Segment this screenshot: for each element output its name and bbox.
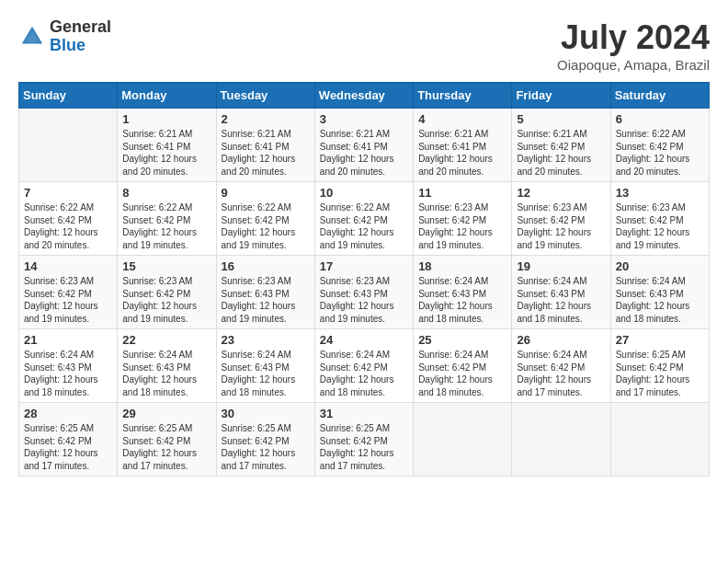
day-info: Sunrise: 6:24 AM Sunset: 6:43 PM Dayligh… — [517, 275, 605, 325]
calendar-cell: 10Sunrise: 6:22 AM Sunset: 6:42 PM Dayli… — [314, 182, 413, 256]
calendar-cell: 3Sunrise: 6:21 AM Sunset: 6:41 PM Daylig… — [314, 109, 413, 182]
calendar-cell: 2Sunrise: 6:21 AM Sunset: 6:41 PM Daylig… — [216, 109, 314, 182]
calendar-cell: 20Sunrise: 6:24 AM Sunset: 6:43 PM Dayli… — [610, 256, 709, 329]
day-info: Sunrise: 6:25 AM Sunset: 6:42 PM Dayligh… — [320, 422, 408, 472]
calendar-cell: 25Sunrise: 6:24 AM Sunset: 6:42 PM Dayli… — [414, 329, 512, 403]
day-info: Sunrise: 6:25 AM Sunset: 6:42 PM Dayligh… — [616, 349, 704, 398]
calendar-cell: 30Sunrise: 6:25 AM Sunset: 6:42 PM Dayli… — [216, 403, 314, 477]
day-info: Sunrise: 6:25 AM Sunset: 6:42 PM Dayligh… — [222, 422, 310, 472]
day-info: Sunrise: 6:24 AM Sunset: 6:43 PM Dayligh… — [418, 275, 506, 325]
day-number: 7 — [24, 186, 112, 200]
day-number: 2 — [222, 112, 310, 126]
logo: General Blue — [18, 18, 111, 55]
day-number: 3 — [320, 112, 408, 126]
day-info: Sunrise: 6:21 AM Sunset: 6:41 PM Dayligh… — [320, 128, 408, 178]
calendar-cell: 16Sunrise: 6:23 AM Sunset: 6:43 PM Dayli… — [216, 256, 314, 329]
day-info: Sunrise: 6:23 AM Sunset: 6:42 PM Dayligh… — [616, 201, 704, 251]
calendar-cell — [19, 109, 118, 182]
day-info: Sunrise: 6:21 AM Sunset: 6:41 PM Dayligh… — [122, 128, 210, 178]
weekday-header: Thursday — [414, 83, 512, 109]
calendar-cell — [610, 403, 709, 477]
day-number: 15 — [122, 259, 210, 273]
day-info: Sunrise: 6:25 AM Sunset: 6:42 PM Dayligh… — [122, 422, 210, 472]
day-info: Sunrise: 6:23 AM Sunset: 6:42 PM Dayligh… — [122, 275, 210, 325]
day-number: 26 — [517, 333, 605, 347]
day-info: Sunrise: 6:24 AM Sunset: 6:43 PM Dayligh… — [222, 349, 310, 398]
day-info: Sunrise: 6:24 AM Sunset: 6:42 PM Dayligh… — [517, 349, 605, 398]
day-info: Sunrise: 6:24 AM Sunset: 6:43 PM Dayligh… — [24, 349, 112, 398]
day-info: Sunrise: 6:25 AM Sunset: 6:42 PM Dayligh… — [24, 422, 112, 472]
calendar-cell: 13Sunrise: 6:23 AM Sunset: 6:42 PM Dayli… — [610, 182, 709, 256]
calendar-header: SundayMondayTuesdayWednesdayThursdayFrid… — [19, 83, 710, 109]
calendar-cell: 23Sunrise: 6:24 AM Sunset: 6:43 PM Dayli… — [216, 329, 314, 403]
weekday-header: Sunday — [19, 83, 118, 109]
calendar-cell: 24Sunrise: 6:24 AM Sunset: 6:42 PM Dayli… — [314, 329, 413, 403]
day-info: Sunrise: 6:22 AM Sunset: 6:42 PM Dayligh… — [320, 201, 408, 251]
weekday-row: SundayMondayTuesdayWednesdayThursdayFrid… — [19, 83, 710, 109]
day-info: Sunrise: 6:21 AM Sunset: 6:41 PM Dayligh… — [222, 128, 310, 178]
day-number: 14 — [24, 259, 112, 273]
weekday-header: Friday — [512, 83, 610, 109]
day-info: Sunrise: 6:23 AM Sunset: 6:43 PM Dayligh… — [320, 275, 408, 325]
page-header: General Blue July 2024 Oiapoque, Amapa, … — [18, 18, 710, 73]
calendar-cell: 1Sunrise: 6:21 AM Sunset: 6:41 PM Daylig… — [118, 109, 216, 182]
day-info: Sunrise: 6:22 AM Sunset: 6:42 PM Dayligh… — [122, 201, 210, 251]
weekday-header: Wednesday — [314, 83, 413, 109]
day-info: Sunrise: 6:24 AM Sunset: 6:43 PM Dayligh… — [616, 275, 704, 325]
title-block: July 2024 Oiapoque, Amapa, Brazil — [557, 18, 710, 73]
location: Oiapoque, Amapa, Brazil — [557, 57, 710, 73]
day-number: 1 — [122, 112, 210, 126]
day-number: 23 — [222, 333, 310, 347]
logo-general: General — [50, 18, 111, 37]
day-number: 5 — [517, 112, 605, 126]
day-number: 8 — [122, 186, 210, 200]
day-number: 9 — [222, 186, 310, 200]
day-number: 24 — [320, 333, 408, 347]
weekday-header: Tuesday — [216, 83, 314, 109]
calendar-cell: 22Sunrise: 6:24 AM Sunset: 6:43 PM Dayli… — [118, 329, 216, 403]
weekday-header: Monday — [118, 83, 216, 109]
calendar-table: SundayMondayTuesdayWednesdayThursdayFrid… — [18, 82, 710, 477]
day-number: 18 — [418, 259, 506, 273]
logo-blue: Blue — [50, 37, 111, 55]
day-number: 27 — [616, 333, 704, 347]
calendar-cell: 4Sunrise: 6:21 AM Sunset: 6:41 PM Daylig… — [414, 109, 512, 182]
calendar-week-row: 7Sunrise: 6:22 AM Sunset: 6:42 PM Daylig… — [19, 182, 710, 256]
calendar-cell: 12Sunrise: 6:23 AM Sunset: 6:42 PM Dayli… — [512, 182, 610, 256]
calendar-body: 1Sunrise: 6:21 AM Sunset: 6:41 PM Daylig… — [19, 109, 710, 477]
calendar-cell — [512, 403, 610, 477]
calendar-cell: 9Sunrise: 6:22 AM Sunset: 6:42 PM Daylig… — [216, 182, 314, 256]
day-number: 19 — [517, 259, 605, 273]
day-number: 31 — [320, 407, 408, 420]
day-number: 25 — [418, 333, 506, 347]
day-number: 12 — [517, 186, 605, 200]
day-info: Sunrise: 6:24 AM Sunset: 6:42 PM Dayligh… — [418, 349, 506, 398]
calendar-cell: 15Sunrise: 6:23 AM Sunset: 6:42 PM Dayli… — [118, 256, 216, 329]
calendar-cell: 26Sunrise: 6:24 AM Sunset: 6:42 PM Dayli… — [512, 329, 610, 403]
day-number: 29 — [122, 407, 210, 420]
day-number: 11 — [418, 186, 506, 200]
calendar-cell: 11Sunrise: 6:23 AM Sunset: 6:42 PM Dayli… — [414, 182, 512, 256]
calendar-week-row: 14Sunrise: 6:23 AM Sunset: 6:42 PM Dayli… — [19, 256, 710, 329]
day-number: 17 — [320, 259, 408, 273]
day-number: 4 — [418, 112, 506, 126]
calendar-cell: 7Sunrise: 6:22 AM Sunset: 6:42 PM Daylig… — [19, 182, 118, 256]
month-year: July 2024 — [557, 18, 710, 57]
calendar-cell: 14Sunrise: 6:23 AM Sunset: 6:42 PM Dayli… — [19, 256, 118, 329]
calendar-cell: 6Sunrise: 6:22 AM Sunset: 6:42 PM Daylig… — [610, 109, 709, 182]
day-info: Sunrise: 6:22 AM Sunset: 6:42 PM Dayligh… — [24, 201, 112, 251]
day-info: Sunrise: 6:23 AM Sunset: 6:43 PM Dayligh… — [222, 275, 310, 325]
calendar-cell: 17Sunrise: 6:23 AM Sunset: 6:43 PM Dayli… — [314, 256, 413, 329]
day-info: Sunrise: 6:21 AM Sunset: 6:42 PM Dayligh… — [517, 128, 605, 178]
calendar-cell: 27Sunrise: 6:25 AM Sunset: 6:42 PM Dayli… — [610, 329, 709, 403]
day-number: 6 — [616, 112, 704, 126]
day-number: 22 — [122, 333, 210, 347]
day-info: Sunrise: 6:22 AM Sunset: 6:42 PM Dayligh… — [616, 128, 704, 178]
weekday-header: Saturday — [610, 83, 709, 109]
calendar-cell: 28Sunrise: 6:25 AM Sunset: 6:42 PM Dayli… — [19, 403, 118, 477]
calendar-cell: 5Sunrise: 6:21 AM Sunset: 6:42 PM Daylig… — [512, 109, 610, 182]
day-number: 30 — [222, 407, 310, 420]
day-number: 10 — [320, 186, 408, 200]
calendar-cell: 31Sunrise: 6:25 AM Sunset: 6:42 PM Dayli… — [314, 403, 413, 477]
calendar-week-row: 21Sunrise: 6:24 AM Sunset: 6:43 PM Dayli… — [19, 329, 710, 403]
